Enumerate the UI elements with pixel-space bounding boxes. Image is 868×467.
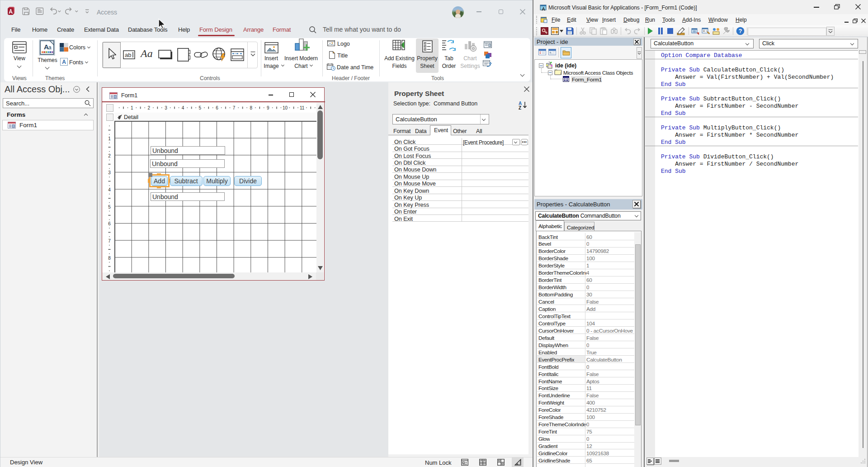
svg-text:8: 8 bbox=[108, 256, 111, 261]
svg-text:4: 4 bbox=[108, 187, 111, 192]
svg-text:a: a bbox=[48, 44, 52, 51]
svg-text:1: 1 bbox=[131, 105, 133, 110]
svg-text:3: 3 bbox=[108, 170, 111, 175]
svg-text:1: 1 bbox=[108, 136, 111, 141]
svg-text:Z: Z bbox=[519, 105, 521, 110]
svg-text:6: 6 bbox=[216, 105, 218, 110]
svg-text:?: ? bbox=[739, 28, 742, 34]
svg-text:10: 10 bbox=[283, 105, 288, 110]
svg-text:5: 5 bbox=[108, 205, 111, 210]
svg-text:ab: ab bbox=[125, 52, 131, 58]
svg-text:A: A bbox=[62, 59, 66, 65]
svg-text:7: 7 bbox=[108, 238, 111, 243]
svg-text:4: 4 bbox=[182, 105, 184, 110]
svg-text:3: 3 bbox=[165, 105, 167, 110]
svg-text:11: 11 bbox=[300, 105, 305, 110]
svg-text:6: 6 bbox=[108, 221, 111, 226]
svg-text:5: 5 bbox=[199, 105, 202, 110]
svg-text:2: 2 bbox=[148, 105, 151, 110]
svg-text:8: 8 bbox=[250, 105, 253, 110]
svg-text:9: 9 bbox=[267, 105, 269, 110]
svg-text:2: 2 bbox=[108, 153, 111, 158]
svg-text:7: 7 bbox=[233, 105, 236, 110]
